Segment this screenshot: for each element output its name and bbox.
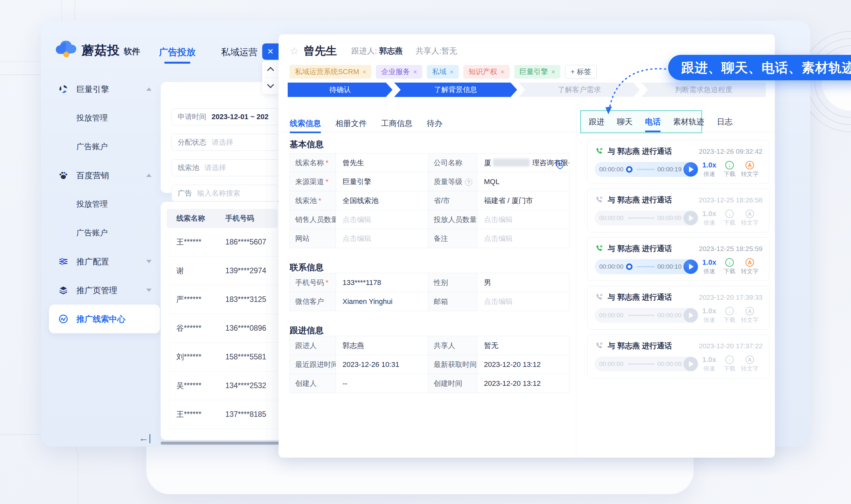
field-value-editable[interactable]: 点击编辑 [336, 210, 428, 229]
prev-record-button[interactable] [262, 61, 279, 77]
tag-chip[interactable]: 私域运营系统SCRM× [290, 65, 371, 79]
tag-chip[interactable]: 企业服务× [376, 65, 422, 79]
play-button[interactable] [684, 162, 698, 177]
remove-tag-icon[interactable]: × [450, 68, 454, 76]
field-value[interactable]: 暂无 [477, 336, 569, 355]
tab-log[interactable]: 日志 [717, 110, 732, 133]
help-icon[interactable]: ? [465, 179, 472, 186]
tab-ad-delivery[interactable]: 广告投放 [159, 46, 196, 58]
field-value[interactable]: 巨量引擎 [336, 172, 428, 191]
blurred-text [493, 159, 530, 166]
field-value[interactable]: 2023-12-20 13:12 [477, 374, 569, 393]
remove-tag-icon[interactable]: × [413, 68, 417, 76]
transcribe-button[interactable]: A转文字 [740, 210, 759, 227]
slider-track[interactable] [636, 169, 655, 170]
field-value[interactable]: 郭志燕 [336, 336, 428, 355]
incoming-call-icon [595, 196, 604, 205]
sidebar-item-ad-account[interactable]: 广告账户 [49, 132, 160, 161]
download-button[interactable]: ↓下载 [720, 307, 739, 324]
sidebar-item-ad-account-2[interactable]: 广告账户 [49, 218, 160, 247]
remove-tag-icon[interactable]: × [552, 68, 555, 76]
table-row[interactable]: 吴****** 134****2532 [166, 372, 278, 400]
lead-center-icon [58, 314, 69, 324]
sidebar-item-delivery-management[interactable]: 投放管理 [49, 104, 160, 132]
download-button[interactable]: ↓下载 [720, 161, 739, 178]
field-value[interactable]: 男 [477, 273, 569, 292]
tag-chip[interactable]: 私域× [427, 65, 459, 79]
transcribe-button[interactable]: A转文字 [740, 356, 759, 373]
step-background-info[interactable]: 了解背景信息 [394, 83, 517, 97]
slider-track[interactable] [628, 315, 655, 316]
slider-track[interactable] [636, 266, 655, 267]
tab-todo[interactable]: 待办 [427, 118, 442, 129]
table-row[interactable]: 谢 139****2974 [166, 256, 278, 285]
tab-album-files[interactable]: 相册文件 [335, 118, 367, 129]
tab-private-domain[interactable]: 私域运营 [221, 46, 258, 58]
add-tag-button[interactable]: + 标签 [565, 65, 597, 79]
table-row[interactable]: 王****** 186****5607 [166, 228, 278, 256]
speed-control[interactable]: 1.0x倍速 [700, 307, 719, 324]
sidebar-item-promotion-config[interactable]: 推广配置 [49, 247, 160, 276]
slider-knob[interactable] [626, 264, 633, 270]
field-value[interactable]: 曾先生 [336, 154, 428, 172]
field-value-company[interactable]: 厦理咨询有限公司 [477, 154, 569, 172]
table-row[interactable]: 严****** 183****3125 [166, 285, 278, 314]
play-button[interactable] [684, 357, 698, 371]
field-value[interactable]: 2023-12-26 10:31 [336, 355, 428, 374]
tag-chip[interactable]: 知识产权× [463, 65, 510, 79]
remove-tag-icon[interactable]: × [362, 68, 367, 76]
horizontal-scrollbar[interactable] [161, 442, 283, 445]
speed-control[interactable]: 1.0x倍速 [700, 161, 719, 178]
tag-chip[interactable]: 巨量引擎× [514, 65, 561, 79]
play-button[interactable] [684, 211, 698, 225]
step-pending-confirm[interactable]: 待确认 [288, 83, 392, 97]
field-label: 销售人员数量 [290, 210, 336, 229]
field-value-editable[interactable]: 点击编辑 [477, 292, 569, 311]
filter-ad-search[interactable]: 广告 输入名称搜索 [172, 185, 279, 202]
table-row[interactable]: 王****** 137****8185 [166, 400, 278, 429]
speed-control[interactable]: 1.0x倍速 [700, 356, 719, 373]
star-icon[interactable]: ☆ [290, 45, 299, 57]
close-panel-button[interactable]: ✕ [262, 43, 279, 60]
download-button[interactable]: ↓下载 [720, 210, 739, 227]
download-button[interactable]: ↓下载 [720, 258, 739, 275]
sidebar-item-delivery-management-2[interactable]: 投放管理 [49, 190, 160, 218]
filter-lead-pool[interactable]: 线索池 请选择 [172, 159, 279, 176]
sidebar-item-ocean-engine[interactable]: 巨量引擎 [49, 75, 160, 104]
next-record-button[interactable] [262, 77, 279, 94]
transcribe-button[interactable]: A转文字 [740, 307, 759, 324]
field-value[interactable]: 133****1178 [336, 273, 428, 292]
table-row[interactable]: 刘****** 158****5581 [166, 343, 278, 372]
play-button[interactable] [684, 259, 698, 274]
sidebar-collapse-button[interactable]: ←| [139, 433, 151, 444]
field-value[interactable]: MQL [477, 172, 569, 191]
field-value[interactable]: 全国线索池 [336, 191, 428, 210]
field-value-editable[interactable]: 点击编辑 [336, 229, 428, 248]
transcribe-button[interactable]: A转文字 [740, 258, 759, 275]
filter-apply-time[interactable]: 申请时间 2023-12-01 ~ 202 [172, 108, 279, 125]
field-value[interactable]: 2023-12-20 13:12 [477, 355, 569, 374]
remove-tag-icon[interactable]: × [501, 68, 504, 76]
sidebar-item-landing-page-management[interactable]: 推广页管理 [49, 276, 160, 305]
sidebar-item-baidu-marketing[interactable]: 百度营销 [49, 161, 160, 190]
slider-track[interactable] [628, 363, 655, 365]
slider-track[interactable] [628, 217, 655, 219]
download-button[interactable]: ↓下载 [720, 356, 739, 373]
speed-control[interactable]: 1.0x倍速 [700, 258, 719, 275]
field-value-editable[interactable]: 点击编辑 [477, 210, 569, 229]
field-value[interactable]: 福建省 / 厦门市 [477, 191, 569, 210]
play-button[interactable] [684, 308, 698, 323]
field-value-editable[interactable]: 点击编辑 [477, 229, 569, 248]
tab-business-info[interactable]: 工商信息 [381, 118, 412, 129]
sidebar-item-lead-center[interactable]: 推广线索中心 [49, 305, 160, 333]
transcribe-button[interactable]: A转文字 [740, 161, 759, 178]
verify-shield-icon[interactable] [555, 158, 565, 172]
tab-material-track[interactable]: 素材轨迹 [673, 116, 704, 127]
tab-lead-info[interactable]: 线索信息 [290, 118, 321, 129]
table-row[interactable]: 谷****** 136****0896 [166, 314, 278, 343]
slider-knob[interactable] [626, 166, 633, 173]
field-value[interactable]: -- [336, 374, 428, 393]
field-value[interactable]: Xiamen Yinghui [336, 292, 428, 311]
filter-assign-status[interactable]: 分配状态 请选择 [172, 134, 279, 151]
speed-control[interactable]: 1.0x倍速 [700, 210, 719, 227]
